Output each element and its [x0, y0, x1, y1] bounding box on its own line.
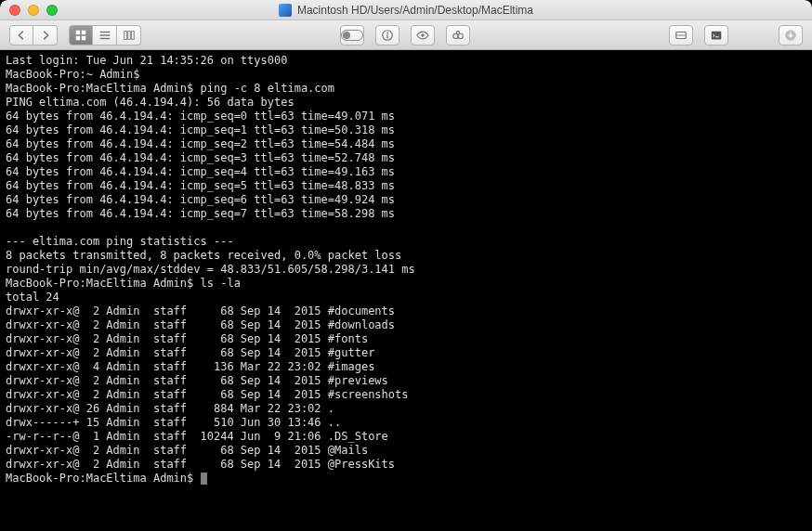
view-icon-button[interactable] — [69, 25, 93, 45]
svg-rect-2 — [76, 35, 80, 39]
eye-icon — [416, 29, 429, 42]
toolbar-info-button[interactable] — [375, 25, 399, 45]
svg-point-12 — [458, 33, 463, 38]
toolbar-search-button[interactable] — [446, 25, 470, 45]
window-titlebar: Macintosh HD/Users/Admin/Desktop/MacElti… — [0, 0, 812, 20]
drive-icon — [674, 29, 688, 42]
toolbar-toggle-button[interactable] — [340, 25, 364, 45]
svg-rect-3 — [82, 35, 85, 39]
app-icon — [279, 4, 292, 17]
svg-rect-9 — [386, 34, 387, 38]
svg-point-8 — [386, 32, 388, 33]
toolbar-download-button[interactable] — [779, 25, 803, 45]
columns-icon — [123, 29, 136, 42]
zoom-window-button[interactable] — [46, 5, 58, 16]
svg-rect-4 — [124, 31, 126, 39]
svg-rect-0 — [76, 30, 80, 33]
chevron-left-icon — [15, 29, 28, 42]
terminal-cursor — [201, 473, 207, 485]
list-icon — [98, 29, 111, 42]
chevron-right-icon — [39, 29, 52, 42]
nav-forward-button[interactable] — [33, 25, 58, 45]
toggle-icon — [341, 30, 363, 41]
svg-rect-14 — [712, 31, 722, 39]
terminal-icon — [710, 29, 723, 42]
svg-rect-5 — [127, 31, 130, 39]
svg-point-11 — [453, 33, 458, 38]
nav-back-button[interactable] — [9, 25, 33, 45]
svg-point-10 — [421, 33, 425, 37]
view-column-button[interactable] — [117, 25, 141, 45]
terminal-output[interactable]: Last login: Tue Jun 21 14:35:26 on ttys0… — [0, 50, 812, 531]
close-window-button[interactable] — [9, 5, 20, 16]
toolbar — [0, 20, 812, 50]
toolbar-disk-button[interactable] — [669, 25, 693, 45]
view-list-button[interactable] — [93, 25, 117, 45]
grid-icon — [74, 29, 87, 42]
window-title: Macintosh HD/Users/Admin/Desktop/MacElti… — [297, 4, 533, 17]
binoculars-icon — [452, 29, 465, 42]
toolbar-preview-button[interactable] — [411, 25, 435, 45]
toolbar-terminal-button[interactable] — [704, 25, 728, 45]
window-controls — [9, 5, 58, 16]
info-icon — [381, 29, 394, 42]
svg-rect-6 — [131, 31, 134, 39]
minimize-window-button[interactable] — [28, 5, 39, 16]
download-icon — [784, 29, 797, 42]
svg-rect-1 — [82, 30, 85, 33]
